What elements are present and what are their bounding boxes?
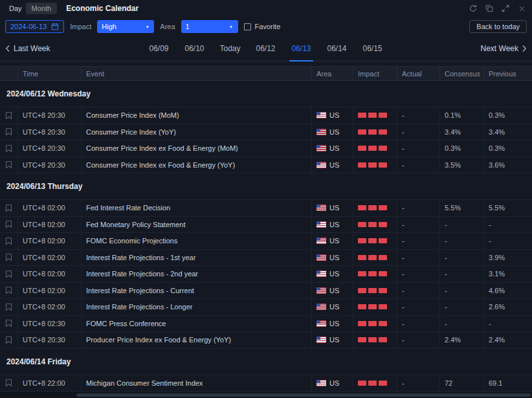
bookmark-icon[interactable]: [0, 140, 18, 157]
impact-select[interactable]: High ▼: [97, 20, 154, 33]
week-day-tab-today[interactable]: Today: [212, 36, 248, 61]
impact-bars: [358, 146, 387, 151]
view-toggle-month[interactable]: Month: [26, 3, 58, 14]
us-flag-icon: [316, 254, 326, 261]
col-header-time: Time: [18, 67, 82, 80]
event-area: US: [312, 266, 353, 282]
event-name: FOMC Press Conference: [82, 316, 312, 332]
week-day-tab-06-09[interactable]: 06/09: [141, 36, 177, 61]
event-consensus: 3.5%: [440, 157, 484, 173]
chevron-down-icon: ▼: [229, 25, 234, 29]
impact-high-indicator: [353, 332, 397, 348]
bookmark-icon[interactable]: [0, 233, 18, 249]
impact-bar: [368, 288, 377, 293]
event-row[interactable]: UTC+8 20:30Consumer Price Index ex Food …: [0, 157, 532, 174]
date-picker[interactable]: 2024-06-13: [5, 20, 64, 33]
bookmark-icon[interactable]: [0, 200, 18, 216]
week-day-tab-06-10[interactable]: 06/10: [177, 36, 212, 61]
event-row[interactable]: UTC+8 02:00Interest Rate Projections - L…: [0, 299, 532, 316]
last-week-button[interactable]: Last Week: [0, 44, 50, 53]
us-flag-icon: [316, 129, 326, 135]
event-actual: -: [397, 299, 440, 315]
event-actual: -: [397, 283, 440, 299]
event-actual: -: [397, 140, 440, 157]
refresh-icon[interactable]: [468, 3, 478, 14]
economic-calendar-panel: Day Month Economic Calendar 2024-06-13: [0, 0, 532, 398]
bookmark-icon[interactable]: [0, 316, 18, 332]
event-previous: 69.1: [484, 375, 532, 392]
event-area: US: [312, 217, 353, 233]
bookmark-icon[interactable]: [0, 107, 18, 124]
next-week-button[interactable]: Next Week: [481, 44, 532, 53]
us-flag-icon: [316, 337, 326, 343]
event-row[interactable]: UTC+8 02:00Interest Rate Projections - C…: [0, 283, 532, 300]
date-section-header: 2024/06/12 Wednesday: [0, 81, 532, 107]
area-code-label: US: [329, 379, 339, 387]
event-time: UTC+8 02:30: [18, 316, 82, 332]
event-name: Interest Rate Projections - 1st year: [82, 250, 312, 266]
col-header-actual: Actual: [397, 67, 440, 80]
favorite-filter[interactable]: Favorite: [244, 23, 281, 30]
event-row[interactable]: UTC+8 22:00Michigan Consumer Sentiment I…: [0, 375, 532, 392]
bookmark-icon[interactable]: [0, 217, 18, 233]
event-time: UTC+8 02:00: [18, 250, 82, 266]
event-row[interactable]: UTC+8 20:30Producer Price Index ex Food …: [0, 332, 532, 349]
favorite-checkbox[interactable]: [244, 23, 251, 30]
event-previous: 0.3%: [484, 107, 532, 124]
area-select[interactable]: 1 ▼: [181, 20, 238, 33]
event-row[interactable]: UTC+8 02:00FOMC Economic ProjectionsUS--…: [0, 233, 532, 250]
bookmark-icon[interactable]: [0, 266, 18, 282]
event-row[interactable]: UTC+8 02:00Interest Rate Projections - 2…: [0, 266, 532, 283]
back-to-today-button[interactable]: Back to today: [469, 20, 527, 33]
event-name: Fed Interest Rate Decision: [82, 200, 312, 216]
impact-high-indicator: [353, 299, 397, 315]
week-day-tab-06-15[interactable]: 06/15: [355, 36, 390, 61]
week-day-tab-06-12[interactable]: 06/12: [248, 36, 283, 61]
bookmark-icon[interactable]: [0, 375, 18, 392]
area-label: Area: [160, 23, 175, 30]
event-area: US: [312, 316, 353, 332]
bookmark-icon[interactable]: [0, 299, 18, 315]
us-flag-icon: [316, 271, 326, 277]
impact-high-indicator: [353, 375, 397, 392]
event-row[interactable]: UTC+8 02:00Fed Interest Rate DecisionUS-…: [0, 200, 532, 217]
impact-high-indicator: [353, 157, 397, 173]
week-day-tab-06-13[interactable]: 06/13: [283, 36, 319, 61]
event-area: US: [312, 375, 353, 392]
chevron-right-icon: [522, 45, 527, 52]
close-icon[interactable]: [516, 3, 527, 14]
bookmark-icon[interactable]: [0, 250, 18, 266]
popout-icon[interactable]: [484, 3, 494, 14]
scrollbar-thumb[interactable]: [76, 393, 531, 397]
table-header-row: TimeEventAreaImpactActualConsensusPrevio…: [0, 66, 532, 81]
calendar-icon: [51, 23, 59, 30]
fullscreen-icon[interactable]: [500, 3, 511, 14]
view-toggle-day[interactable]: Day: [5, 3, 26, 14]
event-row[interactable]: UTC+8 20:30Consumer Price Index (YoY)US-…: [0, 124, 532, 141]
area-code-label: US: [329, 287, 339, 294]
bookmark-icon[interactable]: [0, 283, 18, 299]
event-row[interactable]: UTC+8 02:30FOMC Press ConferenceUS---: [0, 316, 532, 333]
event-previous: 0.3%: [484, 140, 532, 157]
bookmark-icon[interactable]: [0, 332, 18, 348]
bookmark-icon[interactable]: [0, 157, 18, 173]
event-time: UTC+8 02:00: [18, 283, 82, 299]
chevron-left-icon: [5, 45, 10, 52]
week-day-tab-06-14[interactable]: 06/14: [319, 36, 355, 61]
bookmark-icon[interactable]: [0, 124, 18, 140]
impact-bars: [358, 337, 387, 342]
impact-bar: [379, 222, 387, 227]
event-row[interactable]: UTC+8 20:30Consumer Price Index ex Food …: [0, 140, 532, 157]
event-row[interactable]: UTC+8 02:00Interest Rate Projections - 1…: [0, 250, 532, 267]
week-navigation: Last Week 06/0906/10Today06/1206/1306/14…: [0, 36, 532, 61]
event-row[interactable]: UTC+8 20:30Consumer Price Index (MoM)US-…: [0, 107, 532, 124]
horizontal-scrollbar[interactable]: [0, 392, 532, 398]
impact-high-indicator: [353, 217, 397, 233]
event-consensus: -: [440, 283, 484, 299]
event-consensus: -: [440, 316, 484, 332]
area-code-label: US: [329, 254, 339, 261]
area-code-label: US: [329, 336, 339, 344]
area-code-label: US: [329, 270, 339, 278]
event-actual: -: [397, 157, 440, 173]
event-row[interactable]: UTC+8 02:00Fed Monetary Policy Statement…: [0, 217, 532, 234]
